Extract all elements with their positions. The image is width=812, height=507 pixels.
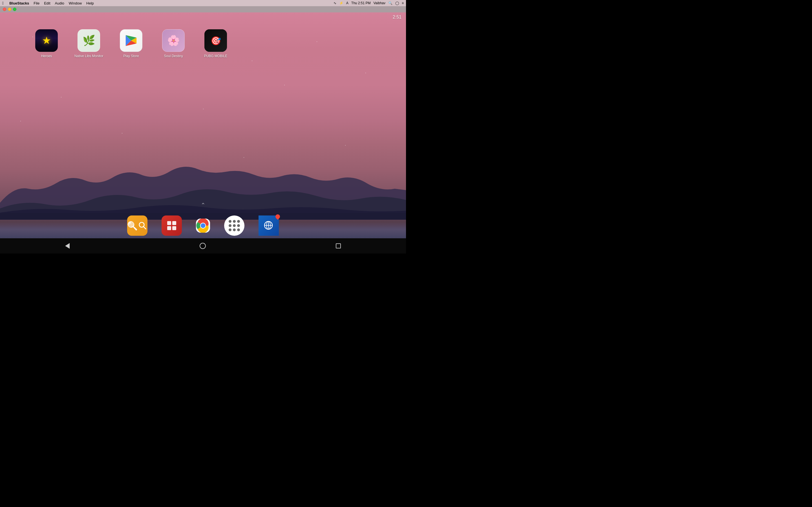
soul-destiny-icon[interactable] (162, 29, 185, 52)
battery-icon: ⚡ (339, 1, 343, 5)
maximize-button[interactable] (13, 8, 16, 11)
android-navbar (0, 238, 406, 253)
dot-8 (233, 228, 236, 231)
pubg-label: PUBG MOBILE (204, 54, 227, 58)
apple-logo[interactable]:  (2, 1, 4, 5)
app-grid: Heroes Native Libs Monitor (0, 29, 406, 58)
pubg-icon[interactable] (204, 29, 227, 52)
android-dock (0, 213, 406, 238)
dot-2 (233, 220, 236, 223)
window-titlebar (0, 6, 406, 12)
bluestacks-window: 2:51 Heroes Native Libs Monitor (0, 6, 406, 253)
app-heroes[interactable]: Heroes (34, 29, 59, 58)
play-store-icon-art (120, 30, 142, 52)
dock-chrome[interactable] (196, 219, 210, 233)
dock-bluestacks-icon[interactable] (161, 216, 182, 236)
app-drawer-dots (225, 216, 244, 235)
app-pubg[interactable]: PUBG MOBILE (203, 29, 229, 58)
dock-bluestacks-store[interactable] (161, 216, 182, 236)
close-button[interactable] (3, 8, 6, 11)
dock-app-drawer[interactable] (224, 216, 245, 236)
dock-search[interactable] (127, 216, 147, 236)
traffic-lights (3, 8, 16, 11)
wifi-icon: ∿ (334, 1, 336, 5)
svg-point-8 (201, 223, 206, 228)
native-libs-label: Native Libs Monitor (74, 54, 103, 58)
native-libs-icon-art (78, 30, 100, 52)
dot-7 (229, 228, 232, 231)
menu-edit[interactable]: Edit (44, 1, 50, 5)
soul-destiny-label: Soul Destiny (164, 54, 183, 58)
menubar-right: ∿ ⚡ A Thu 2:51 PM Vaibhav 🔍 ◯ ≡ (334, 1, 404, 5)
nav-back-button[interactable] (65, 243, 70, 249)
nav-home-button[interactable] (200, 243, 206, 249)
dock-browser[interactable] (259, 216, 279, 236)
dot-1 (229, 220, 232, 223)
search-icon[interactable]: 🔍 (388, 1, 393, 5)
play-store-icon[interactable] (120, 29, 142, 52)
dock-chrome-icon[interactable] (196, 219, 210, 233)
dot-4 (229, 224, 232, 227)
play-logo (124, 34, 138, 47)
nav-recents-button[interactable] (336, 243, 341, 248)
app-soul-destiny[interactable]: Soul Destiny (161, 29, 186, 58)
native-libs-icon[interactable] (78, 29, 100, 52)
svg-rect-2 (167, 221, 171, 225)
minimize-button[interactable] (8, 8, 11, 11)
soul-destiny-icon-art (162, 30, 185, 52)
system-time: Thu 2:51 PM (351, 1, 371, 5)
keyboard-icon: A (346, 1, 349, 5)
app-play-store[interactable]: Play Store (118, 29, 144, 58)
username: Vaibhav (373, 1, 386, 5)
recents-icon (336, 243, 341, 248)
home-icon (200, 243, 206, 249)
menu-help[interactable]: Help (86, 1, 94, 5)
heroes-icon-art (35, 29, 58, 52)
dock-search-icon[interactable] (127, 216, 147, 236)
dot-3 (237, 220, 240, 223)
mountain-silhouette (0, 163, 406, 220)
dock-browser-icon[interactable] (259, 216, 279, 236)
svg-line-1 (143, 226, 146, 229)
menu-file[interactable]: File (34, 1, 40, 5)
svg-rect-3 (172, 221, 176, 225)
heroes-icon[interactable] (35, 29, 58, 52)
menu-window[interactable]: Window (69, 1, 82, 5)
svg-rect-4 (167, 226, 171, 230)
dot-6 (237, 224, 240, 227)
menubar-left:  BlueStacks File Edit Audio Window Help (2, 1, 94, 5)
user-avatar-icon[interactable]: ◯ (395, 1, 399, 5)
android-clock: 2:51 (393, 15, 402, 20)
dot-9 (237, 228, 240, 231)
app-native-libs[interactable]: Native Libs Monitor (76, 29, 101, 58)
globe-icon-art (259, 216, 279, 236)
menu-audio[interactable]: Audio (55, 1, 64, 5)
heroes-label: Heroes (41, 54, 52, 58)
app-name[interactable]: BlueStacks (9, 1, 29, 5)
play-store-label: Play Store (123, 54, 139, 58)
menu-lines-icon[interactable]: ≡ (402, 1, 404, 5)
svg-rect-5 (172, 226, 176, 230)
dock-app-drawer-icon[interactable] (224, 216, 245, 236)
back-icon (65, 243, 70, 249)
swipe-up-indicator: ⌃ (201, 202, 206, 209)
location-pin (274, 214, 281, 220)
pubg-icon-art (204, 29, 227, 52)
mac-menubar:  BlueStacks File Edit Audio Window Help… (0, 0, 406, 6)
dot-5 (233, 224, 236, 227)
android-screen: 2:51 Heroes Native Libs Monitor (0, 12, 406, 253)
